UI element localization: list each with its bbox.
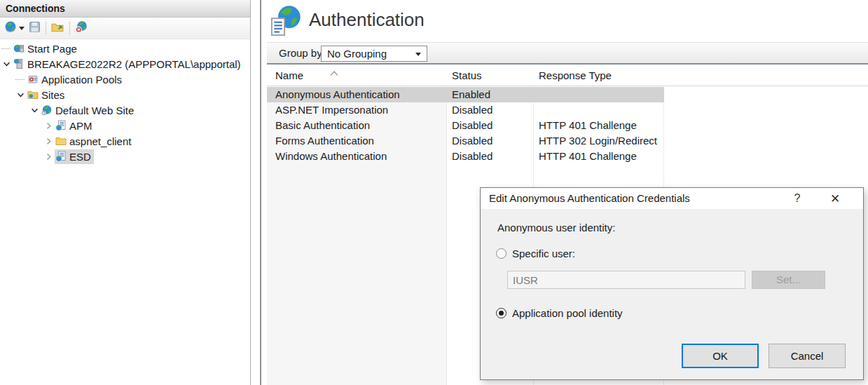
application-pool-identity-radio[interactable] [496, 308, 507, 318]
tree-item-label: ESD [69, 151, 91, 163]
chevron-collapsed-icon[interactable] [43, 121, 53, 130]
dialog-help-button[interactable]: ? [782, 188, 813, 209]
save-connections-button[interactable] [27, 19, 43, 37]
specific-user-radio[interactable] [496, 248, 507, 259]
row-status: Enabled [452, 87, 490, 102]
list-row-aspnet-impersonation[interactable]: ASP.NET Impersonation Disabled [267, 102, 664, 118]
chevron-collapsed-icon[interactable] [43, 151, 53, 161]
disconnect-server-button[interactable] [73, 19, 90, 37]
tree-item-label: Sites [41, 89, 64, 101]
specific-user-radio-row[interactable]: Specific user: [496, 248, 575, 259]
chevron-expanded-icon[interactable] [15, 90, 25, 100]
anonymous-user-identity-label: Anonymous user identity: [497, 222, 615, 234]
website-globe-icon: ? [41, 104, 53, 116]
tree-connector [1, 48, 11, 49]
ok-button[interactable]: OK [682, 344, 759, 368]
tree-item-label: Application Pools [41, 74, 122, 86]
dropdown-arrow-icon [415, 53, 421, 56]
server-icon [13, 58, 25, 69]
tree-item-label: Start Page [27, 43, 77, 55]
column-header-name[interactable]: Name [275, 65, 303, 86]
web-application-icon [55, 151, 67, 162]
group-by-dropdown[interactable]: No Grouping [321, 46, 427, 62]
web-application-icon [55, 120, 67, 131]
tree-item-application-pools[interactable]: Application Pools [0, 72, 250, 87]
connections-panel: Connections [0, 0, 251, 385]
list-row-anonymous-authentication[interactable]: Anonymous Authentication Enabled [267, 87, 664, 102]
tree-item-label: APM [69, 120, 92, 132]
row-response: HTTP 401 Challenge [539, 149, 637, 164]
application-pools-icon [27, 74, 39, 85]
save-floppy-icon [29, 21, 41, 36]
row-name: Anonymous Authentication [275, 87, 400, 102]
row-name: Basic Authentication [275, 118, 370, 133]
start-page-icon [13, 43, 25, 54]
tree-item-esd[interactable]: ESD [0, 149, 250, 164]
dialog-title: Edit Anonymous Authentication Credential… [489, 188, 690, 209]
panel-splitter[interactable] [260, 0, 261, 385]
group-by-value: No Grouping [327, 48, 387, 60]
svg-text:?: ? [43, 112, 46, 115]
chevron-expanded-icon[interactable] [29, 105, 39, 115]
tree-item-start-page[interactable]: Start Page [0, 41, 250, 56]
list-header-row: Name Status Response Type [267, 65, 868, 86]
dialog-title-bar: Edit Anonymous Authentication Credential… [481, 188, 863, 209]
folder-icon [55, 135, 67, 147]
row-name: ASP.NET Impersonation [275, 102, 388, 118]
tree-item-label: Default Web Site [55, 104, 134, 116]
tree-item-aspnet-client[interactable]: aspnet_client [0, 133, 250, 149]
column-header-response-type[interactable]: Response Type [539, 65, 612, 86]
tree-item-apm[interactable]: APM [0, 118, 250, 133]
tree-item-server[interactable]: BREAKAGE2022R2 (APPPORTAL\appportal) [0, 56, 250, 72]
dialog-close-button[interactable]: ✕ [818, 188, 852, 209]
specific-user-input[interactable] [507, 271, 745, 289]
specific-user-label: Specific user: [512, 248, 575, 259]
connections-panel-title: Connections [0, 0, 250, 18]
connections-tree: Start Page BREAKAGE2022R2 (APPPORTAL\app… [0, 40, 250, 385]
row-response: HTTP 401 Challenge [539, 118, 637, 133]
tree-item-label: BREAKAGE2022R2 (APPPORTAL\appportal) [27, 58, 241, 70]
connections-toolbar [0, 18, 250, 39]
list-row-forms-authentication[interactable]: Forms Authentication Disabled HTTP 302 L… [267, 133, 664, 149]
row-name: Forms Authentication [275, 133, 374, 149]
chevron-expanded-icon[interactable] [1, 59, 11, 69]
connect-dropdown-arrow-icon [19, 27, 25, 30]
chevron-collapsed-icon[interactable] [43, 136, 53, 146]
row-response: HTTP 302 Login/Redirect [539, 133, 657, 149]
list-row-basic-authentication[interactable]: Basic Authentication Disabled HTTP 401 C… [267, 118, 664, 133]
set-button[interactable]: Set... [752, 271, 825, 289]
sites-folder-icon [27, 89, 39, 100]
group-by-label: Group by: [279, 43, 325, 64]
row-status: Disabled [452, 133, 492, 149]
tree-item-sites[interactable]: Sites [0, 87, 250, 102]
connect-to-server-button[interactable] [2, 19, 27, 37]
row-status: Disabled [452, 118, 492, 133]
cancel-button[interactable]: Cancel [769, 344, 846, 368]
tree-item-label: aspnet_client [69, 135, 131, 147]
page-title: Authentication [309, 9, 425, 31]
group-by-toolbar: Group by: No Grouping [267, 42, 868, 65]
connect-globe-icon [4, 20, 17, 36]
globe-delete-icon [75, 20, 88, 36]
row-status: Disabled [452, 102, 492, 118]
tree-connector [15, 79, 25, 80]
row-name: Windows Authentication [275, 149, 387, 164]
column-header-status[interactable]: Status [452, 65, 482, 86]
sort-ascending-icon [329, 67, 339, 79]
folder-go-icon [51, 21, 64, 36]
toolbar-separator [46, 21, 46, 35]
row-status: Disabled [452, 149, 492, 164]
application-pool-identity-label: Application pool identity [512, 307, 623, 319]
tree-item-default-web-site[interactable]: ? Default Web Site [0, 102, 250, 118]
toolbar-separator [69, 21, 70, 35]
edit-anonymous-credentials-dialog: Edit Anonymous Authentication Credential… [480, 187, 864, 380]
open-connection-button[interactable] [49, 19, 67, 37]
authentication-feature-icon [270, 4, 302, 41]
application-pool-identity-radio-row[interactable]: Application pool identity [496, 307, 623, 319]
list-row-windows-authentication[interactable]: Windows Authentication Disabled HTTP 401… [267, 149, 664, 164]
